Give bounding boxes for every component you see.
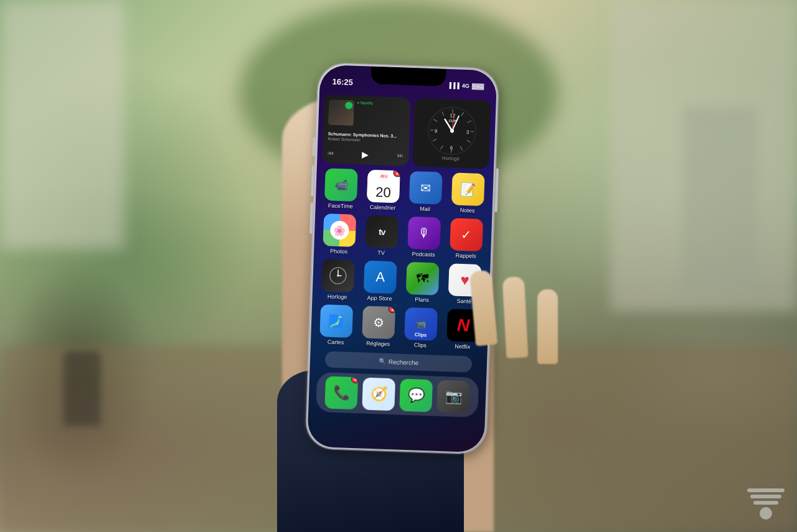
clock-widget-label: Horloge [442,155,460,161]
svg-text:3: 3 [466,129,469,134]
podcasts-icon: 🎙 [407,216,441,250]
watermark-line-3 [753,501,778,505]
phone-screen: 16:25 ▐▐▐ 4G ▓▓▓ ♫ [307,64,497,452]
app-row-4: 🗾 Cartes ⚙ 2 Réglages [316,302,484,351]
notes-label: Notes [460,207,475,213]
home-screen: ♫ ● Spotify Schumann: Symphonies Nos. 3.… [307,91,496,452]
app-facetime[interactable]: 📹 FaceTime [322,168,361,210]
horloge-icon [321,259,355,292]
app-photos[interactable]: 🌸 Photos [320,213,359,255]
widget-clock[interactable]: 12 3 6 9 CUP [412,98,491,169]
search-placeholder: Recherche [389,358,419,366]
phone-icon: 📞 4 [324,376,358,409]
widget-row: ♫ ● Spotify Schumann: Symphonies Nos. 3.… [322,95,491,169]
calendrier-icon: JEU 20 2 [367,169,400,203]
tv-icon: tv [365,215,398,248]
facetime-label: FaceTime [328,202,353,209]
app-cartes[interactable]: 🗾 Cartes [317,304,356,345]
mail-icon: ✉ [409,170,443,204]
clock-face-svg: 12 3 6 9 CUP [426,105,478,156]
calendrier-badge: 2 [393,169,400,177]
calendrier-label: Calendrier [370,203,396,210]
photos-label: Photos [330,248,347,254]
watermark-line-2 [750,495,781,498]
bg-kiosk [682,106,757,293]
app-row-3: Horloge A App Store 🗺 Plans [317,257,485,306]
svg-text:6: 6 [450,144,453,150]
app-podcasts[interactable]: 🎙 Podcasts [405,216,443,258]
battery-icon: ▓▓▓ [472,83,484,90]
safari-icon: 🧭 [362,377,395,411]
watermark-line-1 [747,488,785,492]
spotify-track-info: Schumann: Symphonies Nos. 3... Robert Sc… [328,131,405,144]
app-horloge[interactable]: Horloge [318,258,357,300]
svg-text:9: 9 [434,128,437,133]
clips-icon: 📹 Clips [404,307,438,340]
widget-spotify[interactable]: ♫ ● Spotify Schumann: Symphonies Nos. 3.… [322,95,411,166]
phone-badge: 4 [351,376,358,383]
photos-icon: 🌸 [323,213,356,247]
reglages-label: Réglages [366,340,390,347]
dock-camera[interactable]: 📷 [436,380,470,413]
app-appstore[interactable]: A App Store [361,260,399,302]
search-bar[interactable]: 🔍 Recherche [325,351,473,372]
app-notes[interactable]: 📝 Notes [448,172,487,214]
podcasts-label: Podcasts [412,251,435,258]
iphone-device: 16:25 ▐▐▐ 4G ▓▓▓ ♫ [305,62,499,454]
phone-frame: 16:25 ▐▐▐ 4G ▓▓▓ ♫ [305,62,499,454]
plans-label: Plans [415,296,429,303]
cartes-label: Cartes [328,338,344,345]
app-calendrier[interactable]: JEU 20 2 Calendrier [364,169,402,211]
status-icons: ▐▐▐ 4G ▓▓▓ [448,82,484,89]
app-row-1: 📹 FaceTime JEU 20 2 [320,167,488,215]
app-rappels[interactable]: ✓ Rappels [447,218,486,259]
watermark-dot [760,507,772,520]
facetime-icon: 📹 [324,168,358,202]
app-clips[interactable]: 📹 Clips Clips [402,307,440,348]
app-reglages[interactable]: ⚙ 2 Réglages [359,306,398,347]
dock: 📞 4 🧭 💬 [316,371,479,417]
status-time: 16:25 [332,77,353,86]
svg-text:12: 12 [450,112,456,118]
netflix-label: Netflix [455,343,470,350]
notes-icon: 📝 [451,172,485,206]
rappels-icon: ✓ [450,218,483,251]
reglages-badge: 2 [388,306,395,313]
app-tv[interactable]: tv TV [362,215,401,256]
network-type: 4G [462,82,469,88]
svg-text:CUP: CUP [448,118,456,122]
messages-icon: 💬 [399,378,433,412]
appstore-label: App Store [367,294,392,301]
mail-label: Mail [420,205,430,212]
search-icon: 🔍 [379,357,386,364]
finger-2 [502,276,528,358]
clips-label: Clips [414,342,427,348]
app-mail[interactable]: ✉ Mail [406,170,445,212]
dock-messages[interactable]: 💬 [399,378,433,412]
finger-3 [537,289,558,364]
notch [371,66,446,86]
dock-phone[interactable]: 📞 4 [324,376,358,409]
bg-person [64,351,101,426]
appstore-icon: A [364,260,397,294]
horloge-label: Horloge [328,293,347,300]
tv-label: TV [377,250,385,256]
watermark [747,488,785,520]
reglages-icon: ⚙ 2 [362,306,395,339]
app-row-2: 🌸 Photos tv TV [319,212,487,260]
app-rows-container: 📹 FaceTime JEU 20 2 [316,167,489,352]
sante-label: Santé [457,297,472,304]
cartes-icon: 🗾 [319,304,353,338]
plans-icon: 🗺 [406,261,440,295]
rappels-label: Rappels [455,252,476,259]
camera-icon: 📷 [436,380,470,413]
signal-bars-icon: ▐▐▐ [448,82,460,88]
spotify-album-art: ♫ [328,100,354,125]
app-plans[interactable]: 🗺 Plans [403,261,441,303]
dock-safari[interactable]: 🧭 [362,377,395,411]
bg-building-left [0,0,125,249]
